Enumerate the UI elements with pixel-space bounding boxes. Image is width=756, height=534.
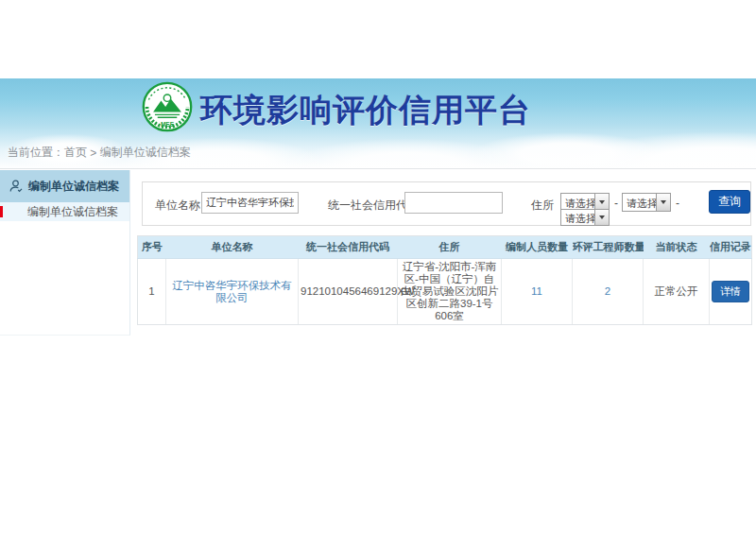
results-table: 序号 单位名称 统一社会信用代码 住所 编制人员数量 环评工程师数量 当前状态 …: [137, 235, 752, 325]
cell-index: 1: [138, 259, 166, 325]
breadcrumb-home-link[interactable]: 首页: [64, 146, 87, 159]
detail-button[interactable]: 详情: [712, 281, 749, 302]
breadcrumb-separator: >: [90, 146, 96, 160]
page: MEE 环境影响评价信用平台 当前位置：首页 > 编制单位诚信档案 编制单位诚信…: [0, 0, 756, 534]
sidebar-item-credit-archive[interactable]: 编制单位诚信档案: [0, 202, 129, 221]
content-divider: [0, 168, 756, 169]
col-header-index: 序号: [138, 236, 166, 259]
logo-text: MEE: [161, 121, 175, 128]
unit-name-link[interactable]: 辽宁中咨华宇环保技术有限公司: [172, 280, 292, 303]
chevron-down-icon: [594, 210, 609, 225]
col-header-engineer-count: 环评工程师数量: [573, 236, 644, 259]
col-header-address: 住所: [398, 236, 502, 259]
district-select-value: 请选择: [561, 210, 594, 225]
mee-logo-icon: MEE: [141, 80, 194, 133]
page-title: 环境影响评价信用平台: [200, 89, 531, 132]
staff-count-link[interactable]: 11: [531, 285, 542, 297]
search-panel: 单位名称 ： 统一社会信用代码 ： 住所 ： 请选择 - 请选择 - 请选择 查…: [142, 181, 751, 226]
address-separator: -: [614, 197, 618, 210]
sidebar: 编制单位诚信档案 编制单位诚信档案: [0, 170, 130, 336]
city-select-value: 请选择: [623, 194, 656, 211]
header-banner: MEE 环境影响评价信用平台 当前位置：首页 > 编制单位诚信档案: [0, 78, 756, 169]
credit-code-input[interactable]: [404, 192, 503, 214]
sidebar-header: 编制单位诚信档案: [0, 170, 129, 202]
address-separator: -: [676, 197, 679, 210]
breadcrumb: 当前位置：首页 > 编制单位诚信档案: [8, 145, 191, 161]
user-icon: [9, 180, 23, 193]
col-header-staff-count: 编制人员数量: [502, 236, 573, 259]
sidebar-header-label: 编制单位诚信档案: [28, 179, 119, 195]
cell-status: 正常公开: [644, 259, 710, 325]
city-select[interactable]: 请选择: [622, 193, 671, 212]
chevron-down-icon: [656, 194, 670, 211]
table-row: 1 辽宁中咨华宇环保技术有限公司 9121010456469129XW 辽宁省-…: [138, 259, 752, 325]
district-select[interactable]: 请选择: [560, 209, 610, 226]
unit-name-input[interactable]: [201, 192, 299, 214]
breadcrumb-label: 当前位置：: [8, 146, 64, 159]
col-header-unit-name: 单位名称: [166, 236, 299, 259]
engineer-count-link[interactable]: 2: [605, 285, 610, 297]
cell-address: 辽宁省-沈阳市-浑南区-中国（辽宁）自由贸易试验区沈阳片区创新二路39-1号60…: [398, 259, 502, 325]
col-header-credit-record: 信用记录: [710, 236, 752, 259]
col-header-credit-code: 统一社会信用代码: [299, 236, 398, 259]
col-header-status: 当前状态: [644, 236, 710, 259]
table-header-row: 序号 单位名称 统一社会信用代码 住所 编制人员数量 环评工程师数量 当前状态 …: [138, 236, 752, 259]
cell-credit-code: 9121010456469129XW: [299, 259, 398, 325]
active-marker: [0, 206, 3, 217]
breadcrumb-current: 编制单位诚信档案: [100, 146, 191, 159]
sidebar-item-label: 编制单位诚信档案: [27, 204, 118, 220]
query-button[interactable]: 查询: [709, 190, 750, 214]
